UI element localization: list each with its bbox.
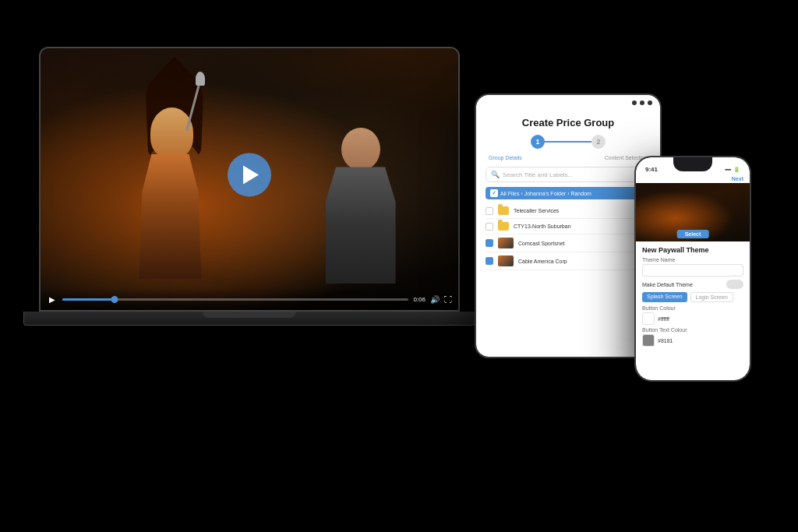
play-icon xyxy=(243,165,259,184)
singer-body xyxy=(139,154,201,279)
file-row-3[interactable]: Comcast Sportsnet xyxy=(486,234,651,252)
phone-header: Next xyxy=(636,174,750,183)
tablet-content: Create Price Group 1 2 Group Details Con… xyxy=(476,111,660,357)
play-button[interactable] xyxy=(228,153,271,196)
make-default-toggle[interactable] xyxy=(726,280,743,289)
time-display: 0:06 xyxy=(413,296,425,303)
folder-icon-2 xyxy=(498,222,509,231)
video-thumbnail-4 xyxy=(498,255,514,266)
theme-name-input[interactable] xyxy=(642,264,743,277)
tablet-modal-title: Create Price Group xyxy=(486,117,651,129)
file-row-4[interactable]: Cable America Corp xyxy=(486,252,651,270)
progress-bar[interactable] xyxy=(62,298,408,301)
phone-section-heading: New Paywall Theme xyxy=(642,246,743,254)
folder-icon-1 xyxy=(498,206,509,215)
signal-icon: ▪▪▪ xyxy=(726,167,731,173)
phone-concert-thumbnail: Select xyxy=(636,183,750,241)
phone-paywall-section: New Paywall Theme Theme Name Make Defaul… xyxy=(636,241,750,352)
button-text-colour-row: #8181 xyxy=(642,334,743,347)
file-name-1: Telecaller Services xyxy=(514,208,651,213)
splash-screen-tab[interactable]: Splash Screen xyxy=(642,292,687,302)
theme-name-label: Theme Name xyxy=(642,257,743,262)
guitarist-body xyxy=(326,167,396,284)
file-checkbox-3[interactable] xyxy=(486,239,493,247)
status-indicator xyxy=(648,100,652,105)
breadcrumb-row: ✓ All Files › Johanna's Folder › Random xyxy=(486,187,651,199)
login-screen-tab[interactable]: Login Screen xyxy=(690,292,733,302)
video-thumbnail-3 xyxy=(498,238,514,248)
laptop: ▶ 0:06 🔊 ⛶ xyxy=(39,47,475,374)
laptop-screen: ▶ 0:06 🔊 ⛶ xyxy=(41,48,458,310)
progress-dot xyxy=(111,296,118,303)
make-default-label: Make Default Theme xyxy=(642,282,693,287)
button-text-colour-label: Button Text Colour xyxy=(642,327,743,333)
volume-icon[interactable]: 🔊 xyxy=(430,295,440,304)
button-text-colour-swatch[interactable] xyxy=(642,334,655,347)
button-colour-swatch[interactable] xyxy=(642,312,655,325)
search-bar[interactable]: 🔍 Search Title and Labels... xyxy=(486,167,651,182)
phone-screen: 9:41 ▪▪▪ 🔋 Next Select New Paywall Theme… xyxy=(636,157,750,380)
file-checkbox-2[interactable] xyxy=(486,223,493,231)
button-text-colour-value: #8181 xyxy=(658,338,743,344)
phone-notch xyxy=(673,157,712,171)
file-checkbox-4[interactable] xyxy=(486,257,493,265)
status-indicator xyxy=(640,100,644,105)
battery-icon: 🔋 xyxy=(733,167,740,173)
tablet-screen: Create Price Group 1 2 Group Details Con… xyxy=(476,95,660,357)
phone-content: Next Select New Paywall Theme Theme Name… xyxy=(636,174,750,380)
step-labels: Group Details Content Selection xyxy=(486,155,651,160)
steps-indicator: 1 2 xyxy=(486,135,651,149)
breadcrumb-checkbox[interactable]: ✓ xyxy=(490,189,498,197)
guitarist-figure xyxy=(326,128,396,284)
next-button[interactable]: Next xyxy=(732,176,743,181)
make-default-row: Make Default Theme xyxy=(642,280,743,289)
fullscreen-icon[interactable]: ⛶ xyxy=(444,295,452,304)
file-row-1[interactable]: Telecaller Services xyxy=(486,203,651,219)
file-name-3: Comcast Sportsnet xyxy=(518,241,651,246)
step-2-circle: 2 xyxy=(591,135,606,149)
play-small-icon[interactable]: ▶ xyxy=(47,294,58,305)
button-colour-label: Button Colour xyxy=(642,305,743,311)
step-connector xyxy=(545,141,591,143)
laptop-hinge xyxy=(203,312,296,318)
step-1-label: Group Details xyxy=(489,155,522,160)
guitarist-head xyxy=(341,128,380,171)
step-1-circle: 1 xyxy=(531,135,545,149)
laptop-body: ▶ 0:06 🔊 ⛶ xyxy=(39,47,460,312)
phone-status-icons: ▪▪▪ 🔋 xyxy=(726,167,740,173)
file-name-4: Cable America Corp xyxy=(518,259,651,264)
button-colour-value: #ffffff xyxy=(658,316,743,322)
laptop-base xyxy=(23,312,475,326)
progress-fill xyxy=(62,298,115,301)
scene: ▶ 0:06 🔊 ⛶ C xyxy=(0,0,798,532)
phone-time: 9:41 xyxy=(645,166,658,173)
file-checkbox-1[interactable] xyxy=(486,207,493,215)
button-colour-row: #ffffff xyxy=(642,312,743,325)
breadcrumb-path: All Files › Johanna's Folder › Random xyxy=(500,191,591,196)
singer-head xyxy=(150,107,193,158)
tablet-device: Create Price Group 1 2 Group Details Con… xyxy=(475,93,662,358)
video-controls: ▶ 0:06 🔊 ⛶ xyxy=(41,288,458,310)
file-row-2[interactable]: CTY13-North Suburban xyxy=(486,219,651,234)
phone-device: 9:41 ▪▪▪ 🔋 Next Select New Paywall Theme… xyxy=(634,156,751,382)
microphone-head xyxy=(196,72,205,86)
status-indicator xyxy=(632,100,637,105)
search-placeholder: Search Title and Labels... xyxy=(503,171,573,178)
search-icon: 🔍 xyxy=(491,171,500,178)
tablet-status-bar xyxy=(476,95,660,111)
file-name-2: CTY13-North Suburban xyxy=(514,224,651,229)
singer-figure xyxy=(115,107,240,279)
phone-screen-tabs: Splash Screen Login Screen xyxy=(642,292,743,302)
select-button[interactable]: Select xyxy=(677,230,709,238)
